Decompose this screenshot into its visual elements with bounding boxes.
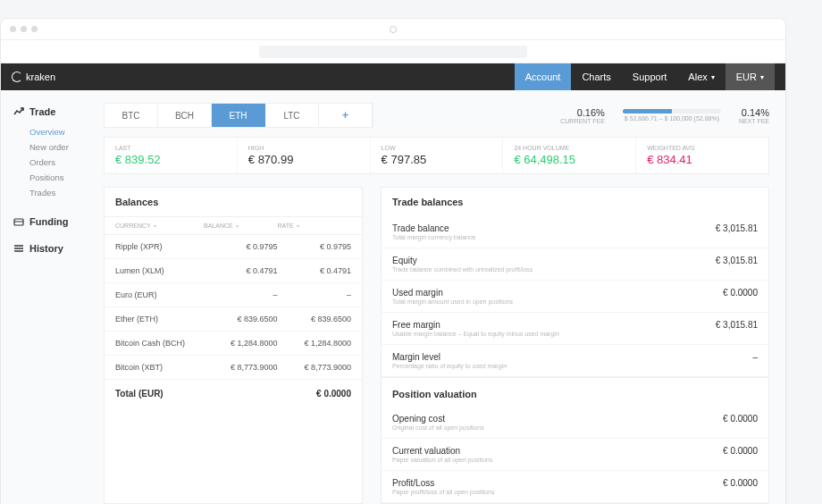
sidebar-item-new-order[interactable]: New order <box>29 139 104 155</box>
asset-tabs: BTCBCHETHLTC+ <box>104 103 373 128</box>
sidebar-history-header[interactable]: History <box>13 243 104 254</box>
metric-row: Profit/LossPaper profit/loss of all open… <box>382 471 768 503</box>
stat-24-hour-volume: 24 HOUR VOLUME€ 64,498.15 <box>503 138 636 173</box>
tab-btc[interactable]: BTC <box>105 104 158 127</box>
sidebar-funding-header[interactable]: Funding <box>13 216 104 227</box>
metric-value: – <box>752 352 758 362</box>
sidebar-item-positions[interactable]: Positions <box>29 170 104 185</box>
current-fee-value: 0.16% <box>560 107 605 118</box>
column-header[interactable]: BALANCE ▾ <box>204 223 278 229</box>
metric-label: Equity <box>392 256 716 265</box>
balances-header: CURRENCY ▾BALANCE ▾RATE ▾ <box>105 216 362 235</box>
fee-progress: $ 52,886.71 – $ 100,000 (52,88%) <box>623 109 721 122</box>
browser-chrome <box>1 19 785 40</box>
funding-icon <box>13 216 24 227</box>
stat-value: € 834.41 <box>647 153 758 166</box>
camera-icon <box>390 26 397 33</box>
balances-panel: Balances CURRENCY ▾BALANCE ▾RATE ▾ Rippl… <box>104 187 363 504</box>
metric-value: € 3,015.81 <box>716 320 758 330</box>
metric-label: Profit/Loss <box>392 478 723 488</box>
metric-value: € 0.0000 <box>723 414 758 424</box>
sidebar-item-orders[interactable]: Orders <box>29 155 104 170</box>
current-fee: 0.16% CURRENT FEE <box>560 107 605 124</box>
stat-last: LAST€ 839.52 <box>105 138 238 173</box>
metric-row: Current valuationPaper valuation of all … <box>382 439 768 471</box>
nav-charts[interactable]: Charts <box>571 63 621 90</box>
metric-row: Free marginUsable margin balance – Equal… <box>382 313 768 345</box>
metric-label: Trade balance <box>392 223 716 233</box>
balance-row: Euro (EUR)–– <box>105 283 362 307</box>
trade-icon <box>13 106 24 117</box>
metric-desc: Usable margin balance – Equal to equity … <box>392 331 716 337</box>
balance-row: Ether (ETH)€ 839.6500€ 839.6500 <box>105 307 362 332</box>
column-header[interactable]: RATE ▾ <box>278 223 352 229</box>
nav-support[interactable]: Support <box>622 63 678 90</box>
sidebar-history-label: History <box>29 243 63 254</box>
sidebar-trade-header[interactable]: Trade <box>13 106 104 117</box>
balance-row: Ripple (XPR)€ 0.9795€ 0.9795 <box>105 235 362 259</box>
brand-text: kraken <box>26 71 55 82</box>
trade-balances-panel: Trade balances Trade balanceTotal margin… <box>381 187 769 504</box>
tab-ltc[interactable]: LTC <box>265 104 319 127</box>
sort-icon: ▾ <box>297 223 351 229</box>
url-bar <box>1 40 785 63</box>
metric-desc: Original cost of all open positions <box>392 424 723 431</box>
nav-user-label: Alex <box>688 71 707 82</box>
brand-logo[interactable]: kraken <box>12 71 55 82</box>
history-icon <box>13 243 24 254</box>
metric-desc: Paper profit/loss of all open positions <box>392 489 723 495</box>
window-dot <box>10 26 16 32</box>
stat-value: € 797.85 <box>382 153 492 166</box>
top-navbar: kraken Account Charts Support Alex ▾ EUR… <box>1 63 785 90</box>
trade-balances-title: Trade balances <box>382 188 768 216</box>
next-fee: 0.14% NEXT FEE <box>739 107 769 124</box>
stat-value: € 64,498.15 <box>514 153 625 166</box>
metric-row: Margin levelPercentage ratio of equity t… <box>382 345 768 377</box>
chevron-down-icon: ▾ <box>711 73 715 81</box>
sidebar-item-trades[interactable]: Trades <box>29 185 104 200</box>
current-fee-label: CURRENT FEE <box>560 118 605 124</box>
metric-desc: Paper valuation of all open positions <box>392 457 723 463</box>
sidebar-item-overview[interactable]: Overview <box>29 124 104 139</box>
balances-title: Balances <box>105 188 362 216</box>
metric-value: € 0.0000 <box>723 446 758 456</box>
stat-label: 24 HOUR VOLUME <box>514 145 625 151</box>
window-dot <box>31 26 38 32</box>
tab-eth[interactable]: ETH <box>212 104 265 127</box>
metric-label: Current valuation <box>392 446 723 456</box>
metric-desc: Total margin amount used in open positio… <box>392 298 723 305</box>
nav-account[interactable]: Account <box>515 63 572 90</box>
next-fee-value: 0.14% <box>739 107 769 118</box>
metric-desc: Percentage ratio of equity to used margi… <box>392 363 752 369</box>
sidebar: Trade OverviewNew orderOrdersPositionsTr… <box>1 90 104 504</box>
stats-row: LAST€ 839.52HIGH€ 870.99LOW€ 797.8524 HO… <box>104 137 769 174</box>
stat-weighted-avg: WEIGHTED AVG€ 834.41 <box>636 138 768 173</box>
stat-value: € 870.99 <box>248 153 359 166</box>
url-input[interactable] <box>259 46 527 58</box>
sidebar-funding-label: Funding <box>29 216 68 227</box>
stat-label: WEIGHTED AVG <box>647 145 758 151</box>
nav-currency-menu[interactable]: EUR ▾ <box>726 63 775 90</box>
column-header[interactable]: CURRENCY ▾ <box>115 223 204 229</box>
sort-icon: ▾ <box>236 223 278 229</box>
tab-bch[interactable]: BCH <box>158 104 212 127</box>
sort-icon: ▾ <box>154 223 204 229</box>
balances-total-value: € 0.0000 <box>316 389 351 399</box>
metric-label: Margin level <box>392 352 752 362</box>
metric-value: € 0.0000 <box>723 478 758 488</box>
sidebar-trade-label: Trade <box>29 106 55 117</box>
metric-row: Used marginTotal margin amount used in o… <box>382 281 768 313</box>
metric-desc: Total margin currency balance <box>392 234 716 240</box>
metric-row: Trade balanceTotal margin currency balan… <box>382 216 768 248</box>
metric-row: EquityTrade balance combined with unreal… <box>382 248 768 281</box>
next-fee-label: NEXT FEE <box>739 118 769 124</box>
metric-value: € 0.0000 <box>723 288 758 298</box>
tab-add[interactable]: + <box>319 104 373 127</box>
chevron-down-icon: ▾ <box>760 73 764 81</box>
nav-user-menu[interactable]: Alex ▾ <box>677 63 725 90</box>
balance-row: Bitcoin (XBT)€ 8,773.9000€ 8,773.9000 <box>105 356 362 380</box>
stat-label: LAST <box>115 145 226 151</box>
metric-label: Used margin <box>392 288 723 298</box>
balances-total-label: Total (EUR) <box>115 389 316 399</box>
metric-value: € 3,015.81 <box>716 223 758 233</box>
